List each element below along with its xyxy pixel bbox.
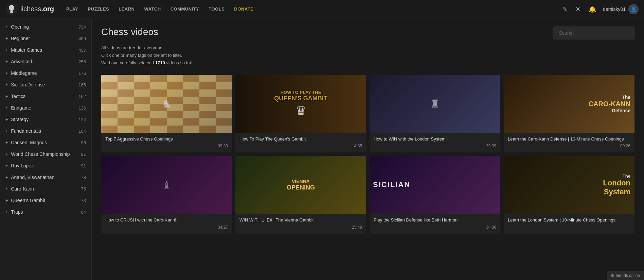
video-info: Learn the Caro-Kann Defense | 10-Minute … bbox=[504, 133, 634, 152]
sidebar-item-beginner[interactable]: + Beginner 459 bbox=[0, 33, 91, 44]
sidebar-plus-icon: + bbox=[5, 59, 8, 64]
nav-right: ✎ ✕ 🔔 demisky01 👤 bbox=[561, 4, 639, 14]
nav-play[interactable]: PLAY bbox=[62, 4, 82, 14]
sidebar-item-world-chess-championship[interactable]: + World Chess Championship 91 bbox=[0, 148, 91, 160]
sidebar-item-endgame[interactable]: + Endgame 136 bbox=[0, 102, 91, 114]
top-navigation: lichess.org PLAY PUZZLES LEARN WATCH COM… bbox=[0, 0, 644, 18]
video-thumbnail: TheLondonSystem bbox=[504, 156, 634, 214]
sidebar-plus-icon: + bbox=[5, 128, 8, 134]
sidebar-item-count: 459 bbox=[78, 36, 86, 41]
sidebar-item-carlsen--magnus[interactable]: + Carlsen, Magnus 98 bbox=[0, 137, 91, 148]
video-card[interactable]: VIENNAOPENING WIN WITH 1. E4 | The Vienn… bbox=[235, 156, 366, 233]
video-card[interactable]: TheCARO-KANNDefense Learn the Caro-Kann … bbox=[504, 75, 634, 152]
video-title: Play the Sicilian Defense like Beth Harm… bbox=[374, 217, 496, 223]
video-duration: 09:39 bbox=[105, 144, 228, 148]
video-title: Learn the London System | 10-Minute Ches… bbox=[508, 217, 630, 223]
sidebar-plus-icon: + bbox=[5, 209, 8, 215]
sidebar-item-label: Strategy bbox=[11, 117, 29, 122]
user-menu[interactable]: demisky01 👤 bbox=[603, 4, 639, 14]
sidebar-item-advanced[interactable]: + Advanced 256 bbox=[0, 56, 91, 67]
sidebar-item-label: Sicilian Defense bbox=[11, 82, 45, 87]
sidebar-item-count: 734 bbox=[78, 24, 86, 30]
sidebar-item-caro-kann[interactable]: + Caro-Kann 75 bbox=[0, 183, 91, 195]
sidebar-item-count: 162 bbox=[78, 94, 86, 99]
nav-tools[interactable]: TOOLS bbox=[204, 4, 229, 14]
video-thumbnail: ♞ bbox=[101, 75, 232, 133]
nav-learn[interactable]: LEARN bbox=[114, 4, 139, 14]
video-thumbnail: TheCARO-KANNDefense bbox=[504, 75, 634, 133]
video-title: Top 7 Aggressive Chess Openings bbox=[105, 136, 228, 142]
sidebar-item-label: Queen's Gambit bbox=[11, 198, 45, 203]
sidebar-item-count: 98 bbox=[81, 140, 86, 145]
logo-text: lichess.org bbox=[20, 5, 54, 13]
sidebar: + Opening 734 + Beginner 459 + Master Ga… bbox=[0, 18, 92, 280]
sidebar-item-count: 457 bbox=[78, 48, 86, 53]
nav-donate[interactable]: DONATE bbox=[230, 4, 257, 14]
sidebar-item-queen-s-gambit[interactable]: + Queen's Gambit 73 bbox=[0, 195, 91, 206]
sidebar-item-opening[interactable]: + Opening 734 bbox=[0, 21, 91, 33]
sidebar-item-anand--viswanathan[interactable]: + Anand, Viswanathan 78 bbox=[0, 171, 91, 183]
sidebar-item-count: 176 bbox=[78, 71, 86, 76]
sidebar-item-traps[interactable]: + Traps 64 bbox=[0, 206, 91, 218]
video-title: Learn the Caro-Kann Defense | 10-Minute … bbox=[508, 136, 630, 142]
sidebar-item-label: Traps bbox=[11, 209, 23, 215]
sidebar-plus-icon: + bbox=[5, 117, 8, 122]
sidebar-item-count: 104 bbox=[78, 129, 86, 134]
video-info: Play the Sicilian Defense like Beth Harm… bbox=[370, 214, 500, 233]
sidebar-item-master-games[interactable]: + Master Games 457 bbox=[0, 44, 91, 56]
sidebar-item-label: Opening bbox=[11, 24, 29, 30]
video-thumbnail: SICILIAN bbox=[370, 156, 500, 214]
video-duration: 25:49 bbox=[239, 225, 362, 230]
sidebar-item-label: Caro-Kann bbox=[11, 186, 34, 192]
sidebar-item-ruy-lopez[interactable]: + Ruy Lopez 91 bbox=[0, 160, 91, 171]
username: demisky01 bbox=[603, 6, 626, 12]
info-text: All videos are free for everyone. Click … bbox=[101, 44, 634, 67]
video-card[interactable]: ♞ Top 7 Aggressive Chess Openings 09:39 bbox=[101, 75, 232, 152]
video-info: Top 7 Aggressive Chess Openings 09:39 bbox=[101, 133, 232, 152]
video-card[interactable]: TheLondonSystem Learn the London System … bbox=[504, 156, 634, 233]
sidebar-item-count: 256 bbox=[78, 59, 86, 64]
online-indicator bbox=[611, 274, 614, 277]
search-input[interactable] bbox=[553, 27, 634, 39]
sidebar-item-label: Advanced bbox=[11, 59, 32, 64]
sidebar-item-label: Tactics bbox=[11, 94, 25, 99]
sidebar-item-strategy[interactable]: + Strategy 124 bbox=[0, 114, 91, 125]
sidebar-item-count: 78 bbox=[81, 175, 86, 180]
video-duration: 09:26 bbox=[508, 144, 630, 148]
sidebar-item-label: Anand, Viswanathan bbox=[11, 175, 54, 180]
video-info: How to CRUSH with the Caro-Kann! 34:27 bbox=[101, 214, 232, 233]
video-info: How To Play The Queen's Gambit 14:35 bbox=[235, 133, 366, 152]
video-card[interactable]: SICILIAN Play the Sicilian Defense like … bbox=[370, 156, 500, 233]
avatar: 👤 bbox=[628, 4, 639, 14]
nav-watch[interactable]: WATCH bbox=[140, 4, 165, 14]
notifications-button[interactable]: 🔔 bbox=[587, 4, 597, 14]
sidebar-item-label: Fundamentals bbox=[11, 128, 41, 134]
page-title: Chess videos bbox=[101, 27, 158, 37]
sidebar-item-count: 165 bbox=[78, 82, 86, 87]
sidebar-item-fundamentals[interactable]: + Fundamentals 104 bbox=[0, 125, 91, 137]
video-card[interactable]: ♝ How to CRUSH with the Caro-Kann! 34:27 bbox=[101, 156, 232, 233]
sidebar-plus-icon: + bbox=[5, 151, 8, 157]
sidebar-plus-icon: + bbox=[5, 82, 8, 87]
logo[interactable]: lichess.org bbox=[5, 3, 54, 15]
sidebar-item-tactics[interactable]: + Tactics 162 bbox=[0, 90, 91, 102]
video-info: Learn the London System | 10-Minute Ches… bbox=[504, 214, 634, 229]
sidebar-item-count: 124 bbox=[78, 117, 86, 122]
video-duration: 34:36 bbox=[374, 225, 496, 230]
nav-puzzles[interactable]: PUZZLES bbox=[84, 4, 113, 14]
video-card[interactable]: ♜ How to WIN with the London System! 29:… bbox=[370, 75, 500, 152]
friends-online-bar[interactable]: friends online bbox=[607, 271, 644, 280]
video-title: WIN WITH 1. E4 | The Vienna Gambit bbox=[239, 217, 362, 223]
sidebar-item-sicilian-defense[interactable]: + Sicilian Defense 165 bbox=[0, 79, 91, 90]
sidebar-plus-icon: + bbox=[5, 70, 8, 76]
video-info: WIN WITH 1. E4 | The Vienna Gambit 25:49 bbox=[235, 214, 366, 233]
sidebar-item-middlegame[interactable]: + Middlegame 176 bbox=[0, 67, 91, 79]
sidebar-item-count: 64 bbox=[81, 210, 86, 215]
search-button[interactable]: ✎ bbox=[561, 4, 569, 14]
sidebar-plus-icon: + bbox=[5, 24, 8, 30]
sidebar-item-label: Carlsen, Magnus bbox=[11, 140, 47, 145]
close-button[interactable]: ✕ bbox=[574, 4, 582, 14]
nav-community[interactable]: COMMUNITY bbox=[166, 4, 203, 14]
video-duration: 29:39 bbox=[374, 144, 496, 148]
video-card[interactable]: HOW TO PLAY THEQUEEN'S GAMBIT♛ How To Pl… bbox=[235, 75, 366, 152]
